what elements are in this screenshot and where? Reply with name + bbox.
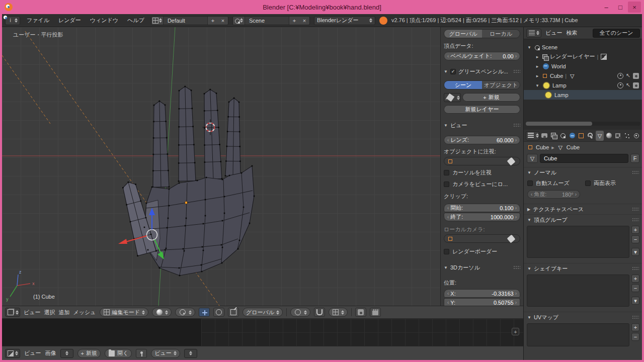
selectability-icon[interactable]: ↖ (626, 82, 630, 88)
properties-editor-type-button[interactable] (526, 131, 539, 140)
stepper-right-icon[interactable]: › (515, 137, 517, 143)
shape-keys-list[interactable] (527, 275, 629, 307)
outliner-row-scene[interactable]: ▾ Scene (524, 42, 642, 52)
render-engine-dropdown[interactable]: Blenderレンダー (314, 16, 375, 25)
outliner-menu-view[interactable]: ビュー (545, 29, 562, 37)
outliner-horizontal-scrollbar[interactable] (526, 122, 640, 126)
image-open-button[interactable]: 開く (105, 349, 132, 358)
scene-add-button[interactable]: + (289, 17, 299, 25)
gp-new-button[interactable]: + 新規 (462, 93, 520, 102)
outliner-menu-search[interactable]: 検索 (567, 29, 578, 37)
manipulator-rotate-toggle[interactable] (213, 308, 224, 317)
tab-scene[interactable] (559, 131, 567, 141)
transform-orientation-dropdown[interactable]: グローバル (243, 308, 283, 317)
tab-particles[interactable] (623, 131, 631, 141)
shape-key-remove-button[interactable]: − (631, 284, 639, 292)
uv-maps-list[interactable] (527, 323, 629, 346)
mesh-name-field[interactable]: Cube (540, 154, 628, 163)
stepper-left-icon[interactable]: ‹ (447, 214, 449, 220)
tree-open-icon[interactable]: ▾ (527, 45, 532, 50)
camera-to-view-checkbox[interactable] (444, 182, 449, 187)
region-expand-button[interactable]: + (512, 328, 519, 335)
lock-cursor-checkbox[interactable] (444, 170, 449, 175)
mesh-browse-button[interactable]: ▽ (527, 154, 538, 163)
double-sided-checkbox[interactable] (585, 180, 591, 186)
snap-element-dropdown[interactable] (329, 308, 348, 317)
tab-global[interactable]: グローバル (444, 30, 482, 38)
cursor-x-field[interactable]: ‹ X: -0.33163 › (444, 289, 520, 298)
viewport-shading-dropdown[interactable] (152, 308, 172, 317)
image-editor-type-button[interactable] (5, 349, 20, 358)
stepper-left-icon[interactable]: ‹ (447, 53, 449, 59)
panel-grip-icon[interactable] (632, 170, 639, 174)
texture-space-panel-header[interactable]: ▶ テクスチャスペース (524, 204, 642, 214)
manipulator-scale-toggle[interactable] (228, 308, 239, 317)
tab-material[interactable] (605, 131, 613, 141)
panel-grip-icon[interactable] (632, 315, 639, 319)
vertex-groups-panel-header[interactable]: ▼ 頂点グループ (524, 215, 642, 225)
tree-closed-icon[interactable]: ▸ (535, 73, 540, 78)
menu-select[interactable]: 選択 (44, 309, 55, 316)
menu-file[interactable]: ファイル (24, 17, 52, 24)
titlebar[interactable]: Blender [C:¥Modeling¥book¥hand.blend] – … (0, 0, 644, 14)
grease-pencil-panel-header[interactable]: ▼ ✓ グリースペンシル... (444, 66, 520, 76)
gp-datablock-dropdown[interactable] (444, 93, 461, 102)
menu-window[interactable]: ウィンドウ (88, 17, 121, 24)
lens-field[interactable]: ‹ レンズ: 60.000 › (444, 136, 520, 144)
minimize-button[interactable]: – (600, 2, 613, 13)
tab-modifiers[interactable] (587, 131, 595, 141)
shape-key-specials-button[interactable]: ▾ (631, 297, 639, 305)
opengl-render-anim-button[interactable] (370, 308, 381, 317)
image-display-dropdown[interactable] (184, 349, 197, 358)
image-view-mode-dropdown[interactable]: ビュー (151, 349, 180, 358)
vertex-group-specials-button[interactable]: ▾ (631, 248, 639, 256)
menu-add[interactable]: 追加 (59, 309, 70, 316)
normals-panel-header[interactable]: ▼ ノーマル (524, 167, 642, 177)
visibility-eye-icon[interactable] (617, 73, 623, 79)
render-border-checkbox[interactable] (444, 249, 449, 254)
stepper-left-icon[interactable]: ‹ (447, 300, 449, 305)
menu-image[interactable]: 画像 (45, 349, 56, 357)
tab-object-data[interactable]: ▽ (596, 131, 604, 141)
menu-view[interactable]: ビュー (24, 309, 41, 316)
panel-grip-icon[interactable] (632, 266, 639, 270)
tab-object[interactable] (577, 131, 585, 141)
tab-local[interactable]: ローカル (482, 30, 520, 38)
panel-grip-icon[interactable] (632, 218, 639, 222)
renderability-icon[interactable] (633, 73, 639, 79)
close-button[interactable]: × (628, 2, 641, 13)
tab-world[interactable] (568, 131, 576, 141)
tree-closed-icon[interactable]: ▸ (535, 64, 540, 69)
shape-key-add-button[interactable]: + (631, 275, 639, 283)
shape-keys-panel-header[interactable]: ▼ シェイプキー (524, 263, 642, 274)
3d-cursor-panel-header[interactable]: ▼ 3Dカーソル (444, 262, 520, 273)
eyedropper-icon[interactable] (507, 157, 516, 165)
screen-layout-add-button[interactable]: + (208, 17, 218, 25)
fake-user-button[interactable]: F (630, 154, 639, 163)
uv-map-remove-button[interactable]: − (631, 333, 639, 341)
selectability-icon[interactable]: ↖ (626, 72, 630, 79)
screen-layout-delete-button[interactable]: × (218, 17, 228, 25)
gp-scene-button[interactable]: シーン (444, 81, 482, 89)
stepper-left-icon[interactable]: ‹ (447, 137, 449, 143)
gp-new-layer-button[interactable]: 新規レイヤー (444, 105, 520, 114)
viewport-editor-type-button[interactable] (5, 308, 20, 317)
panel-grip-icon[interactable] (513, 69, 520, 73)
scene-name[interactable]: Scene (245, 17, 289, 25)
stepper-right-icon[interactable]: › (515, 53, 517, 59)
stepper-left-icon[interactable]: ‹ (447, 205, 449, 211)
outliner-row-cube[interactable]: ▸ Cube | ▽ ↖ (524, 71, 642, 80)
mode-dropdown[interactable]: 編集モード (100, 308, 149, 317)
menu-help[interactable]: ヘルプ (125, 17, 147, 24)
menu-view[interactable]: ビュー (24, 349, 41, 357)
uv-maps-panel-header[interactable]: ▼ UVマップ (524, 312, 642, 322)
local-camera-field[interactable] (444, 234, 520, 243)
3d-viewport[interactable]: xyz ユーザー・平行投影 (1) Cube (2, 27, 440, 306)
tree-open-icon[interactable]: ▾ (535, 83, 540, 88)
manipulator-translate-toggle[interactable] (199, 308, 210, 317)
outliner-row-world[interactable]: ▸ World (524, 61, 642, 71)
screen-layout-browse-button[interactable] (151, 17, 164, 25)
pivot-point-dropdown[interactable] (175, 308, 195, 317)
clip-start-field[interactable]: ‹ 開始: 0.100 › (444, 204, 520, 212)
tab-render[interactable] (540, 131, 548, 141)
